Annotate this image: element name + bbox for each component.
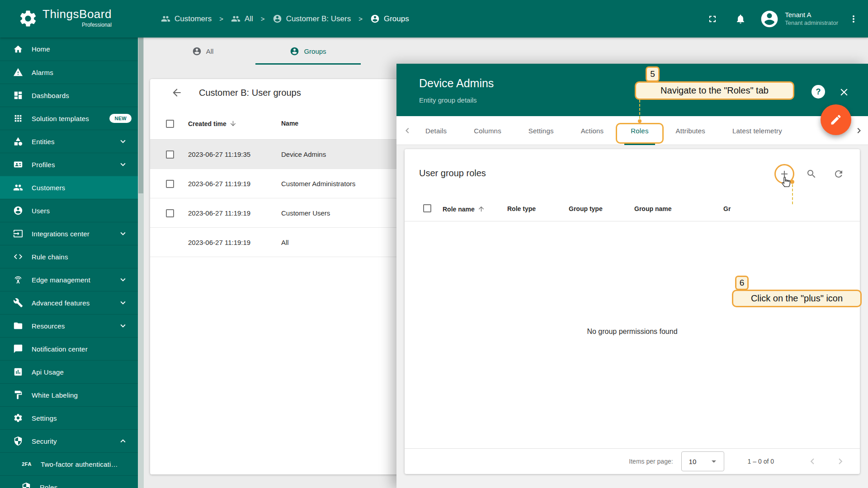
- refresh-button[interactable]: [830, 165, 848, 183]
- column-role-name[interactable]: Role name: [443, 205, 485, 213]
- row-checkbox[interactable]: [166, 180, 174, 188]
- annotation-step-number-6: 6: [735, 276, 749, 290]
- sidebar-item-solution-templates[interactable]: Solution templatesNEW: [0, 107, 138, 130]
- notifications-button[interactable]: [731, 10, 750, 28]
- new-badge: NEW: [109, 114, 132, 123]
- sidebar-item-white-labeling[interactable]: White Labeling: [0, 383, 138, 406]
- annotation-roles-highlight-ring: [616, 123, 664, 144]
- name-cell: All: [281, 239, 289, 246]
- category-icon: [13, 136, 24, 147]
- back-arrow-button[interactable]: [171, 87, 183, 99]
- table-row[interactable]: 2023-06-27 11:19:35 Device Admins: [150, 140, 403, 169]
- close-button[interactable]: [838, 86, 850, 98]
- details-tab-bar: Details Columns Settings Actions Roles A…: [396, 116, 868, 145]
- more-menu-button[interactable]: [844, 10, 863, 28]
- annotation-step-number-5: 5: [646, 66, 660, 82]
- section-title: User group roles: [419, 168, 486, 178]
- chevron-down-icon: [118, 136, 128, 146]
- table-row[interactable]: 2023-06-27 11:19:19 All: [150, 228, 403, 257]
- sidebar-item-two-factor-authentication[interactable]: 2FATwo-factor authenticati…: [0, 452, 138, 475]
- sidebar-item-edge-management[interactable]: Edge management: [0, 268, 138, 291]
- people-icon: [231, 14, 241, 23]
- name-cell: Customer Users: [281, 209, 330, 217]
- antenna-icon: [13, 274, 24, 285]
- chevron-down-icon: [118, 275, 128, 285]
- created-time-cell: 2023-06-27 11:19:19: [188, 180, 250, 188]
- column-group-type[interactable]: Group type: [569, 205, 603, 212]
- column-name[interactable]: Name: [281, 120, 298, 127]
- sidebar-item-settings[interactable]: Settings: [0, 406, 138, 429]
- page-size-value: 10: [689, 458, 697, 465]
- select-all-checkbox[interactable]: [166, 120, 174, 128]
- sidebar-item-notification-center[interactable]: Notification center: [0, 337, 138, 360]
- tab-settings[interactable]: Settings: [528, 116, 554, 145]
- tab-actions[interactable]: Actions: [581, 116, 604, 145]
- pencil-icon: [830, 113, 842, 126]
- sidebar-item-home[interactable]: Home: [0, 38, 138, 61]
- sidebar-item-users[interactable]: Users: [0, 199, 138, 222]
- chevron-down-icon: [118, 321, 128, 331]
- breadcrumb-customer-b-users[interactable]: Customer B: Users: [273, 14, 351, 23]
- sidebar-item-integrations-center[interactable]: Integrations center: [0, 222, 138, 245]
- table-row[interactable]: 2023-06-27 11:19:19 Customer Administrat…: [150, 169, 403, 198]
- next-page-button[interactable]: [835, 455, 846, 467]
- previous-page-button[interactable]: [807, 455, 818, 467]
- sidebar-item-dashboards[interactable]: Dashboards: [0, 84, 138, 107]
- column-group-owner-truncated[interactable]: Gr: [723, 205, 731, 212]
- sidebar-item-roles[interactable]: Roles: [0, 475, 138, 488]
- sidebar-item-label: Dashboards: [32, 92, 69, 99]
- sidebar-item-rule-chains[interactable]: Rule chains: [0, 245, 138, 268]
- cursor-pointer-icon: [779, 175, 793, 188]
- sidebar-item-label: Resources: [32, 322, 65, 330]
- sidebar-item-label: Integrations center: [32, 230, 90, 238]
- sidebar-item-security[interactable]: Security: [0, 429, 138, 452]
- tab-details[interactable]: Details: [425, 116, 447, 145]
- row-checkbox[interactable]: [166, 209, 174, 217]
- search-button[interactable]: [802, 165, 821, 183]
- annotation-callout-5: Navigate to the "Roles" tab: [635, 81, 794, 100]
- add-role-button[interactable]: [775, 165, 793, 183]
- tabs-scroll-left-button[interactable]: [402, 125, 413, 136]
- tab-groups[interactable]: Groups: [255, 38, 361, 65]
- column-created-time[interactable]: Created time: [188, 120, 237, 127]
- chevron-down-icon: [118, 298, 128, 308]
- column-role-type[interactable]: Role type: [507, 205, 536, 212]
- sidebar-scrollbar[interactable]: [138, 38, 144, 488]
- sidebar-item-customers[interactable]: Customers: [0, 176, 138, 199]
- sidebar-item-alarms[interactable]: Alarms: [0, 61, 138, 84]
- tab-latest-telemetry[interactable]: Latest telemetry: [732, 116, 782, 145]
- scrollbar-thumb[interactable]: [138, 38, 143, 193]
- created-time-cell: 2023-06-27 11:19:35: [188, 150, 250, 158]
- items-per-page-label: Items per page:: [629, 458, 673, 465]
- fullscreen-button[interactable]: [703, 10, 722, 28]
- table-row[interactable]: 2023-06-27 11:19:19 Customer Users: [150, 198, 403, 228]
- caret-down-icon: [708, 456, 719, 467]
- tab-all[interactable]: All: [150, 38, 255, 65]
- breadcrumb-all[interactable]: All: [231, 14, 253, 23]
- user-group-roles-card: User group roles Role name Role type Gro…: [405, 149, 860, 474]
- sidebar-item-entities[interactable]: Entities: [0, 130, 138, 153]
- breadcrumb-groups[interactable]: Groups: [370, 14, 409, 23]
- select-all-checkbox[interactable]: [423, 204, 431, 212]
- chevron-down-icon: [118, 160, 128, 169]
- column-group-name[interactable]: Group name: [634, 205, 671, 212]
- tab-attributes[interactable]: Attributes: [676, 116, 705, 145]
- sidebar-item-label: White Labeling: [32, 391, 78, 399]
- help-button[interactable]: ?: [811, 85, 825, 99]
- row-checkbox[interactable]: [166, 150, 174, 159]
- sidebar-item-advanced-features[interactable]: Advanced features: [0, 291, 138, 314]
- tab-columns[interactable]: Columns: [474, 116, 501, 145]
- code-icon: [13, 251, 24, 262]
- avatar[interactable]: [760, 9, 779, 29]
- page-size-select[interactable]: 10: [681, 451, 724, 471]
- sidebar-item-resources[interactable]: Resources: [0, 314, 138, 337]
- tab-roles[interactable]: Roles: [631, 116, 648, 145]
- tools-icon: [13, 297, 24, 308]
- edit-fab-button[interactable]: [821, 104, 851, 135]
- tabs-scroll-right-button[interactable]: [854, 125, 864, 136]
- breadcrumb-customers[interactable]: Customers: [161, 14, 212, 23]
- sidebar-item-api-usage[interactable]: Api Usage: [0, 360, 138, 383]
- sidebar-item-profiles[interactable]: Profiles: [0, 153, 138, 176]
- breadcrumb: Customers > All > Customer B: Users > Gr…: [161, 0, 409, 38]
- tab-label: Groups: [304, 47, 326, 55]
